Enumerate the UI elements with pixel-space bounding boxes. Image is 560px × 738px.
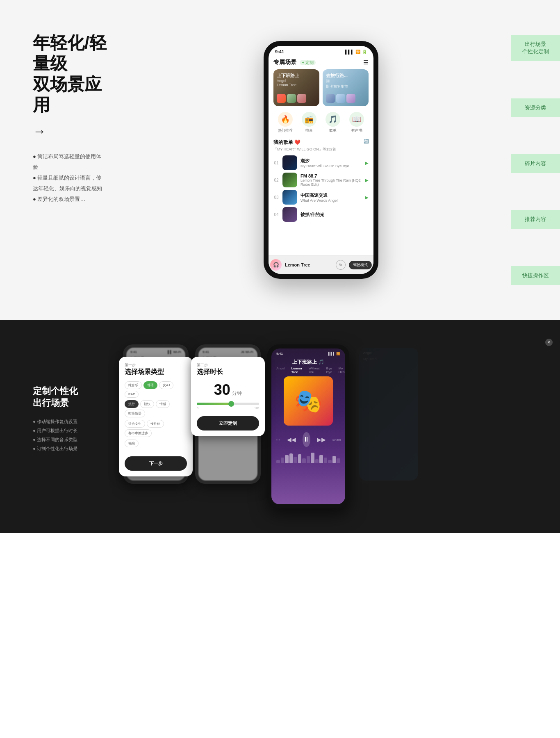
menu-icon[interactable]: ☰ [363, 59, 369, 66]
chip-rap[interactable]: RAP [125, 391, 139, 398]
radio-icon: 📻 [302, 112, 316, 127]
phone-4-wrapper: Angel My Heart [356, 344, 421, 484]
chip-pure[interactable]: 纯音乐 [125, 381, 142, 389]
song-info-1: 潮汐 My Heart Will Go On Bye Bye [300, 158, 362, 168]
bottom-bullet-3: 选择不同的音乐类型 [33, 435, 115, 444]
label-shortcuts: 快捷操作区 [511, 266, 560, 285]
thumb-1 [277, 94, 286, 103]
wave-bar-15 [337, 458, 340, 463]
wave-bar-11 [319, 455, 323, 463]
song-item-1[interactable]: 01 潮汐 My Heart Will Go On Bye Bye ▶ [273, 155, 369, 170]
confirm-button[interactable]: 立即定制 [197, 416, 259, 430]
chip-girl[interactable]: 适合女生 [125, 420, 145, 428]
prev-btn[interactable]: ◀◀ [287, 436, 296, 443]
label-recommend: 推荐内容 [511, 210, 560, 229]
step2-footer: 立即定制 [191, 414, 265, 436]
label-resources: 资源分类 [511, 98, 560, 117]
song-title-4: 被抓/什的光 [300, 212, 369, 218]
dual-mode-btn[interactable]: 驾驶模式 [349, 261, 372, 269]
genre-row-1: 纯音乐 韩语 女AJ RAP [125, 381, 187, 398]
player-controls: ··· ◀◀ ⏸ ▶▶ Share [271, 430, 345, 449]
scene-card-travel[interactable]: 去旅行路... 湖斯卡布罗集市 [323, 69, 369, 106]
share-label: Share [332, 438, 341, 442]
bullet-1: 简洁布局笃选轻量的使用体验 [33, 151, 107, 173]
mini-player[interactable]: 🎧 Lemon Tree ↻ 驾驶模式 [269, 255, 373, 274]
scene-card-commute-bg: 上下班路上 AngelLemon Tree [273, 69, 319, 106]
bullet-2: 轻量且细腻的设计语言，传达年轻化、娱乐向的视觉感知 [33, 173, 107, 194]
slider-thumb[interactable] [228, 401, 234, 407]
thumb-2 [287, 94, 296, 103]
slider-labels: 0 120 [197, 407, 259, 410]
icon-hot[interactable]: 🔥 热门推荐 [278, 112, 293, 133]
bottom-bullets: 移动端操作复仇设置 用户可根据出行时长 选择不同的音乐类型 订制个性化出行场景 [33, 417, 115, 453]
phone-player-wrapper: 9:41 ▌▌▌ 🛜 ✕ 上下班路上 🎵 Angel Lemon Tree Wi… [267, 344, 349, 508]
slider-track[interactable] [197, 403, 259, 405]
pause-btn[interactable]: ⏸ [303, 432, 310, 447]
next-btn[interactable]: ▶▶ [317, 436, 326, 443]
chip-light[interactable]: 轻快 [140, 400, 154, 408]
chip-extra[interactable]: 福煦 [125, 440, 139, 447]
mini-time-2: 9:41 [203, 350, 209, 354]
player-waveform [276, 451, 340, 463]
song-arrow-1: ▶ [365, 161, 369, 165]
song-info-3: 中国高速交通 What Are Words Angel [300, 192, 362, 203]
chip-new[interactable]: 时经新语 [125, 410, 145, 417]
app-header-tag[interactable]: + 定制 [300, 60, 316, 65]
song-title-1: 潮汐 [300, 158, 362, 164]
label-commute: 出行场景个性化定制 [511, 35, 560, 61]
mini-player-rotate-btn[interactable]: ↻ [336, 260, 346, 270]
radio-label: 电台 [305, 128, 313, 133]
mood-chips-3: 福煦 [125, 440, 187, 447]
song-title-2: FM 88.7 [300, 173, 362, 178]
wave-bar-10 [315, 459, 319, 463]
chip-korean[interactable]: 韩语 [143, 381, 157, 389]
song-info-2: FM 88.7 Lemon Tree Through The Rain (HQ2… [300, 173, 362, 187]
audiobook-icon: 📖 [349, 112, 364, 127]
scene-card-commute[interactable]: 上下班路上 AngelLemon Tree [273, 69, 319, 106]
main-title: 年轻化/轻量级双场景应用 [33, 33, 107, 116]
icon-audiobook[interactable]: 📖 有声书 [349, 112, 364, 133]
bottom-bullet-4: 订制个性化出行场景 [33, 444, 115, 453]
song-item-2[interactable]: 02 FM 88.7 Lemon Tree Through The Rain (… [273, 173, 369, 187]
duration-number: 30 [214, 381, 230, 398]
scene-cards: 上下班路上 AngelLemon Tree [273, 69, 369, 106]
chip-slow[interactable]: 慢性休 [147, 420, 164, 428]
thumb-5 [336, 94, 345, 103]
more-btn[interactable]: ··· [275, 436, 280, 443]
player-time: 9:41 [276, 352, 283, 355]
mini-player-avatar: 🎧 [270, 259, 282, 271]
chip-emotion[interactable]: 情感 [156, 400, 170, 408]
playlist-controls[interactable]: 🔄 [364, 139, 369, 144]
player-icons: ▌▌▌ 🛜 [328, 352, 340, 355]
icon-radio[interactable]: 📻 电台 [302, 112, 316, 133]
phone-step1-wrapper: 9:41 ▌▌ Wi-Fi 专属场景 [123, 344, 189, 484]
wave-bar-1 [276, 460, 280, 463]
step1-label: 第一步 [125, 362, 187, 368]
step2-header: 第二步 选择时长 [191, 357, 265, 379]
song-artist-2: Lemon Tree Through The Rain (HQ2 Radio E… [300, 178, 362, 187]
next-button[interactable]: 下一步 [125, 456, 187, 471]
icon-playlist[interactable]: 🎵 歌单 [326, 112, 340, 133]
chip-aj[interactable]: 女AJ [159, 381, 173, 389]
mood-chips-2: 适合女生 慢性休 都市摩擦进步 [125, 420, 187, 437]
chip-flow[interactable]: 流行 [125, 400, 139, 408]
status-bar: 9:41 ▌▌▌ 🛜 🔋 [269, 46, 373, 56]
song-item-4[interactable]: 04 被抓/什的光 [273, 207, 369, 222]
song-thumb-3 [282, 190, 297, 205]
song-info-4: 被抓/什的光 [300, 212, 369, 218]
phone-4-sub: My Heart [363, 357, 414, 361]
mini-phones: 9:41 ▌▌ Wi-Fi 专属场景 [123, 344, 527, 508]
duration-display: 30 分钟 [197, 381, 259, 399]
song-item-3[interactable]: 03 中国高速交通 What Are Words Angel ▶ [273, 190, 369, 205]
song-artist-1: My Heart Will Go On Bye Bye [300, 164, 362, 168]
chip-city[interactable]: 都市摩擦进步 [125, 429, 152, 437]
scene-card-travel-header: 去旅行路... 湖斯卡布罗集市 [326, 73, 365, 89]
slider-max: 120 [254, 407, 259, 410]
signal-icon: ▌▌▌ [345, 50, 354, 54]
phone-4-label: Angel [363, 351, 414, 355]
wave-bar-9 [311, 453, 314, 463]
wave-bar-6 [298, 454, 302, 463]
player-status-bar: 9:41 ▌▌▌ 🛜 [271, 348, 345, 357]
right-labels: 出行场景个性化定制 资源分类 碎片内容 推荐内容 快捷操作区 [511, 0, 560, 320]
wave-bar-12 [324, 458, 328, 463]
